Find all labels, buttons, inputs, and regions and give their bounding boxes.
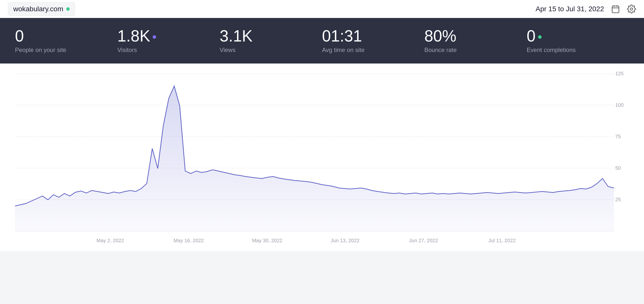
chart-svg — [15, 74, 614, 231]
x-label-may2: May 2, 2022 — [96, 238, 124, 243]
site-status-dot — [66, 7, 70, 11]
y-label-100: 100 — [615, 102, 624, 108]
stat-value-avgtime: 01:31 — [322, 28, 362, 44]
stat-label-visitors: Visitors — [118, 47, 220, 54]
stat-people: 0 People on your site — [15, 28, 118, 54]
chart-svg-wrapper — [15, 74, 614, 231]
site-selector[interactable]: wokabulary.com — [8, 2, 75, 16]
x-label-jul11: Jul 11, 2022 — [488, 238, 516, 243]
calendar-button[interactable] — [611, 5, 620, 14]
site-name: wokabulary.com — [13, 5, 63, 13]
top-bar: wokabulary.com Apr 15 to Jul 31, 2022 — [0, 0, 644, 18]
stat-label-views: Views — [220, 47, 322, 54]
y-label-50: 50 — [615, 165, 621, 171]
stat-label-avgtime: Avg time on site — [322, 47, 424, 54]
stat-value-visitors: 1.8K — [118, 28, 150, 44]
svg-rect-0 — [612, 6, 619, 13]
x-axis: May 2, 2022 May 16, 2022 May 30, 2022 Ju… — [15, 231, 614, 243]
x-label-jun13: Jun 13, 2022 — [330, 238, 360, 243]
visitors-dot — [153, 35, 156, 39]
svg-point-4 — [630, 8, 633, 10]
stat-value-events: 0 — [526, 28, 536, 44]
stat-label-bounce: Bounce rate — [424, 47, 527, 54]
x-label-jun27: Jun 27, 2022 — [409, 238, 438, 243]
date-range-label: Apr 15 to Jul 31, 2022 — [536, 5, 604, 13]
settings-icon — [627, 5, 636, 14]
stat-value-views: 3.1K — [220, 28, 252, 44]
header-right: Apr 15 to Jul 31, 2022 — [536, 5, 636, 14]
events-dot — [538, 35, 542, 39]
stat-visitors: 1.8K Visitors — [118, 28, 220, 54]
y-axis: 125 100 75 50 25 — [615, 74, 629, 231]
chart-area: 125 100 75 50 25 May 2, — [0, 64, 644, 251]
stat-bounce: 80% Bounce rate — [424, 28, 527, 54]
y-label-75: 75 — [615, 134, 621, 140]
y-label-125: 125 — [615, 71, 624, 77]
chart-fill — [15, 86, 614, 231]
settings-button[interactable] — [627, 5, 636, 14]
stat-views: 3.1K Views — [220, 28, 322, 54]
stat-events: 0 Event completions — [526, 28, 629, 54]
stat-label-events: Event completions — [526, 47, 629, 54]
x-label-may30: May 30, 2022 — [252, 238, 282, 243]
chart-container: 125 100 75 50 25 May 2, — [15, 74, 629, 243]
calendar-icon — [611, 5, 620, 14]
stat-avgtime: 01:31 Avg time on site — [322, 28, 424, 54]
stat-label-people: People on your site — [15, 47, 118, 54]
stat-value-bounce: 80% — [424, 28, 456, 44]
y-label-25: 25 — [615, 197, 621, 202]
stats-bar: 0 People on your site 1.8K Visitors 3.1K… — [0, 18, 644, 64]
x-label-may16: May 16, 2022 — [174, 238, 204, 243]
stat-value-people: 0 — [15, 28, 24, 44]
